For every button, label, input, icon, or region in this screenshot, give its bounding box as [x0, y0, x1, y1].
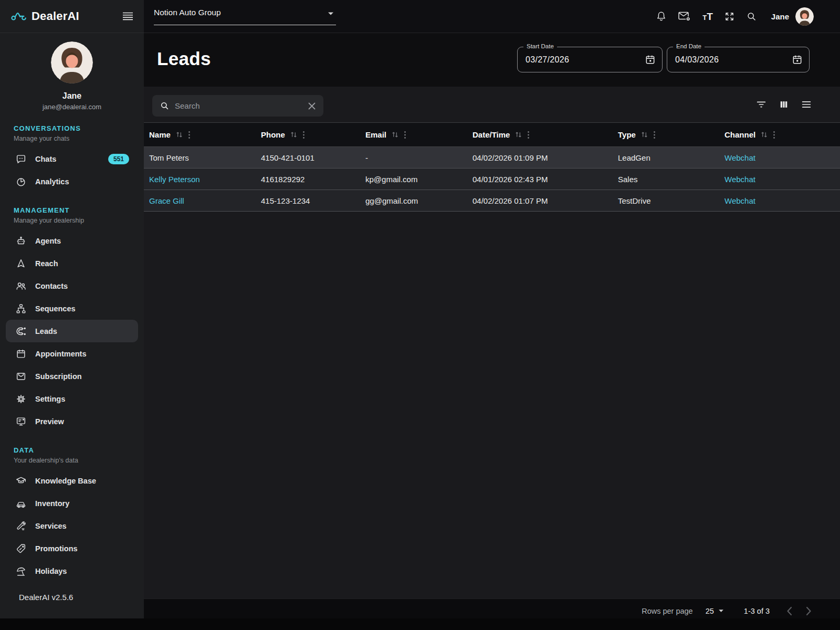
section-management-header: MANAGEMENT Manage your dealership — [0, 206, 144, 224]
page-title: Leads — [157, 48, 211, 69]
cell-channel-link[interactable]: Webchat — [719, 196, 840, 205]
filter-icon[interactable] — [755, 99, 767, 110]
section-data: DATA Your dealership's data Knowledge Ba… — [0, 446, 144, 582]
sort-icon[interactable] — [760, 131, 768, 139]
sort-icon[interactable] — [640, 131, 648, 139]
notifications-bell-icon[interactable] — [656, 10, 667, 22]
topbar-avatar — [795, 7, 814, 26]
user-menu[interactable]: Jane — [771, 7, 814, 26]
price-tag-icon — [15, 543, 27, 554]
column-header-type: Type — [613, 130, 719, 139]
sort-icon[interactable] — [175, 131, 183, 139]
table-row[interactable]: Grace Gill 415-123-1234 gg@gmail.com 04/… — [144, 190, 840, 212]
sidebar-item-knowledge-base[interactable]: Knowledge Base — [6, 469, 138, 492]
envelope-icon — [15, 371, 27, 382]
people-icon — [15, 280, 27, 292]
pie-chart-icon — [15, 176, 27, 187]
sidebar-item-leads[interactable]: Leads — [6, 320, 138, 342]
app-version: DealerAI v2.5.6 — [19, 593, 73, 602]
end-date-label: End Date — [673, 43, 705, 49]
section-management: MANAGEMENT Manage your dealership Agents — [0, 206, 144, 433]
column-menu-icon[interactable] — [404, 131, 406, 139]
email-settings-icon[interactable] — [678, 10, 691, 22]
paper-plane-icon — [15, 258, 27, 269]
page-header: Leads Start Date 03/27/2026 End Date 04/… — [144, 33, 840, 87]
pagination-range: 1-3 of 3 — [744, 607, 770, 615]
clear-search-icon[interactable] — [308, 102, 316, 110]
flow-nodes-icon — [15, 303, 27, 314]
cell-name-link[interactable]: Grace Gill — [144, 196, 256, 205]
table-row[interactable]: Kelly Peterson 4161829292 kp@gmail.com 0… — [144, 169, 840, 190]
column-header-phone: Phone — [256, 130, 360, 139]
sidebar-item-appointments[interactable]: Appointments — [6, 342, 138, 365]
end-date-field[interactable]: End Date 04/03/2026 — [667, 47, 810, 72]
cell-phone: 4150-421-0101 — [256, 153, 360, 162]
column-header-email: Email — [360, 130, 467, 139]
start-date-label: Start Date — [523, 43, 557, 49]
search-input[interactable] — [175, 101, 302, 110]
calendar-picker-icon[interactable] — [792, 54, 803, 65]
start-date-value: 03/27/2026 — [526, 55, 569, 65]
sort-icon[interactable] — [391, 131, 399, 139]
sidebar: DealerAI Jane jane@dealerai.com — [0, 0, 144, 618]
sidebar-item-preview[interactable]: Preview — [6, 410, 138, 433]
table-row[interactable]: Tom Peters 4150-421-0101 - 04/02/2026 01… — [144, 147, 840, 169]
calendar-picker-icon[interactable] — [645, 54, 656, 65]
column-menu-icon[interactable] — [527, 131, 530, 139]
dealerai-logo-icon — [10, 10, 27, 23]
column-menu-icon[interactable] — [188, 131, 191, 139]
sidebar-item-chats[interactable]: Chats 551 — [6, 148, 138, 170]
sidebar-item-holidays[interactable]: Holidays — [6, 560, 138, 582]
rows-per-page-select[interactable]: 25 — [706, 607, 724, 615]
sidebar-item-label: Preview — [35, 417, 64, 426]
cell-email: kp@gmail.com — [360, 175, 467, 184]
sidebar-item-settings[interactable]: Settings — [6, 387, 138, 410]
previous-page-icon[interactable] — [786, 606, 792, 616]
sidebar-item-reach[interactable]: Reach — [6, 252, 138, 275]
gear-icon — [15, 393, 27, 405]
content-area: Name Phone Email Dat — [144, 87, 840, 598]
beach-umbrella-icon — [15, 565, 27, 577]
column-label: Type — [618, 130, 636, 139]
column-menu-icon[interactable] — [302, 131, 305, 139]
search-icon[interactable] — [746, 11, 757, 22]
profile-avatar[interactable] — [51, 41, 93, 83]
sidebar-item-label: Inventory — [35, 499, 69, 508]
chevron-down-icon — [328, 12, 334, 16]
column-menu-icon[interactable] — [653, 131, 656, 139]
column-header-datetime: Date/Time — [467, 130, 613, 139]
sidebar-item-sequences[interactable]: Sequences — [6, 297, 138, 320]
sidebar-item-subscription[interactable]: Subscription — [6, 365, 138, 387]
sort-icon[interactable] — [290, 131, 298, 139]
fullscreen-icon[interactable] — [724, 11, 735, 22]
columns-icon[interactable] — [779, 99, 789, 110]
section-subtitle: Manage your chats — [14, 135, 130, 142]
column-label: Date/Time — [472, 130, 510, 139]
chevron-down-icon — [718, 609, 724, 613]
sidebar-item-services[interactable]: Services — [6, 514, 138, 537]
cell-name-link[interactable]: Kelly Peterson — [144, 175, 256, 184]
dealership-select[interactable]: Notion Auto Group — [154, 8, 336, 25]
sidebar-item-analytics[interactable]: Analytics — [6, 170, 138, 193]
column-menu-icon[interactable] — [773, 131, 775, 139]
sidebar-item-label: Subscription — [35, 372, 82, 381]
sidebar-item-promotions[interactable]: Promotions — [6, 537, 138, 560]
density-icon[interactable] — [801, 99, 812, 110]
cell-channel-link[interactable]: Webchat — [719, 175, 840, 184]
cell-datetime: 04/02/2026 01:09 PM — [467, 153, 613, 162]
sidebar-item-label: Reach — [35, 259, 58, 268]
search-box — [152, 95, 323, 117]
section-subtitle: Manage your dealership — [14, 217, 130, 224]
sidebar-item-inventory[interactable]: Inventory — [6, 492, 138, 514]
sidebar-item-agents[interactable]: Agents — [6, 229, 138, 252]
sidebar-item-contacts[interactable]: Contacts — [6, 275, 138, 297]
next-page-icon[interactable] — [806, 606, 812, 616]
cell-channel-link[interactable]: Webchat — [719, 153, 840, 162]
section-conversations: CONVERSATIONS Manage your chats Chats 55… — [0, 124, 144, 193]
start-date-field[interactable]: Start Date 03/27/2026 — [517, 47, 663, 72]
sort-icon[interactable] — [514, 131, 522, 139]
wrench-icon — [15, 520, 27, 532]
profile-name: Jane — [0, 91, 144, 101]
hamburger-menu-icon[interactable] — [122, 12, 133, 20]
font-size-icon[interactable]: TT — [702, 12, 713, 22]
